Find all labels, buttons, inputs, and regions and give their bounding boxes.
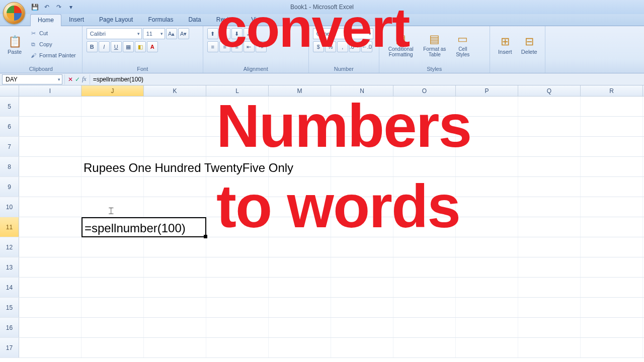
cell[interactable] xyxy=(581,237,643,257)
cell[interactable] xyxy=(581,97,643,116)
copy-button[interactable]: ⧉Copy xyxy=(27,39,78,49)
row-header-9[interactable]: 9 xyxy=(0,177,19,197)
cell[interactable] xyxy=(82,278,144,297)
cell[interactable] xyxy=(144,237,206,257)
cell[interactable] xyxy=(144,318,206,337)
cell[interactable] xyxy=(19,298,82,317)
cancel-formula-icon[interactable]: ✕ xyxy=(68,76,73,83)
cell[interactable] xyxy=(269,237,331,257)
row-header-14[interactable]: 14 xyxy=(0,278,19,297)
cell[interactable] xyxy=(206,237,269,257)
cell[interactable] xyxy=(82,318,144,337)
cell[interactable] xyxy=(206,338,269,357)
cell[interactable] xyxy=(19,137,82,156)
cell[interactable] xyxy=(269,257,331,277)
office-button[interactable] xyxy=(3,2,25,24)
cell[interactable] xyxy=(518,318,581,337)
row-header-16[interactable]: 16 xyxy=(0,318,19,337)
row-header-6[interactable]: 6 xyxy=(0,117,19,136)
cell[interactable] xyxy=(581,278,643,297)
cell[interactable] xyxy=(518,117,581,136)
tab-insert[interactable]: Insert xyxy=(61,14,92,26)
tab-formulas[interactable]: Formulas xyxy=(140,14,181,26)
cell[interactable] xyxy=(581,197,643,217)
cell[interactable] xyxy=(19,217,82,237)
select-all-corner[interactable] xyxy=(0,85,19,96)
cell[interactable] xyxy=(269,298,331,317)
cell[interactable] xyxy=(456,237,518,257)
cell[interactable] xyxy=(82,237,144,257)
shrink-font-button[interactable]: A▾ xyxy=(178,28,189,39)
cell[interactable] xyxy=(206,298,269,317)
cell[interactable] xyxy=(518,137,581,156)
cell[interactable] xyxy=(518,278,581,297)
cell[interactable] xyxy=(82,177,144,197)
qat-dropdown-icon[interactable]: ▾ xyxy=(66,3,75,12)
cell[interactable] xyxy=(581,117,643,136)
format-painter-button[interactable]: 🖌Format Painter xyxy=(27,50,78,60)
cell[interactable] xyxy=(581,137,643,156)
cell[interactable] xyxy=(456,318,518,337)
row-header-7[interactable]: 7 xyxy=(0,137,19,156)
font-color-button[interactable]: A xyxy=(147,41,158,52)
row-header-8[interactable]: 8 xyxy=(0,157,19,176)
row-header-17[interactable]: 17 xyxy=(0,338,19,357)
cell[interactable] xyxy=(19,237,82,257)
cell[interactable] xyxy=(144,338,206,357)
cell[interactable] xyxy=(456,278,518,297)
cell[interactable] xyxy=(331,338,393,357)
cell[interactable] xyxy=(82,338,144,357)
cell[interactable] xyxy=(206,318,269,337)
cell[interactable] xyxy=(19,177,82,197)
cell[interactable] xyxy=(518,157,581,176)
cell[interactable] xyxy=(19,278,82,297)
cell[interactable] xyxy=(144,257,206,277)
cell[interactable] xyxy=(331,257,393,277)
cell[interactable] xyxy=(19,338,82,357)
cell[interactable] xyxy=(144,278,206,297)
cell[interactable] xyxy=(518,97,581,116)
cell[interactable] xyxy=(144,137,206,156)
cell[interactable] xyxy=(581,298,643,317)
font-size-select[interactable]: 11 xyxy=(143,28,165,39)
col-I[interactable]: I xyxy=(19,85,82,96)
tab-data[interactable]: Data xyxy=(181,14,208,26)
cell[interactable] xyxy=(456,157,518,176)
undo-icon[interactable]: ↶ xyxy=(42,3,51,12)
cell[interactable] xyxy=(581,338,643,357)
cell[interactable] xyxy=(144,298,206,317)
cell[interactable] xyxy=(82,137,144,156)
enter-formula-icon[interactable]: ✓ xyxy=(75,76,80,83)
cell[interactable] xyxy=(331,237,393,257)
cell[interactable] xyxy=(456,257,518,277)
cell[interactable] xyxy=(518,257,581,277)
save-icon[interactable]: 💾 xyxy=(30,3,39,12)
format-as-table-button[interactable]: ▤Format as Table xyxy=(421,28,449,61)
cell[interactable] xyxy=(581,217,643,237)
cell[interactable] xyxy=(518,338,581,357)
cut-button[interactable]: ✂Cut xyxy=(27,28,78,38)
row-header-10[interactable]: 10 xyxy=(0,197,19,217)
paste-button[interactable]: 📋 Paste xyxy=(4,28,25,61)
cell[interactable] xyxy=(331,318,393,337)
name-box[interactable]: DAY xyxy=(2,74,62,84)
cell[interactable] xyxy=(82,117,144,136)
cell[interactable] xyxy=(19,257,82,277)
cell[interactable] xyxy=(456,197,518,217)
cell[interactable] xyxy=(393,278,456,297)
row-header-11[interactable]: 11 xyxy=(0,217,19,237)
delete-cells-button[interactable]: ⊟Delete xyxy=(518,28,540,61)
cell[interactable] xyxy=(518,197,581,217)
cell[interactable] xyxy=(269,318,331,337)
fx-icon[interactable]: fx xyxy=(82,75,87,83)
cell[interactable] xyxy=(144,97,206,116)
cell[interactable] xyxy=(144,197,206,217)
formula-input[interactable] xyxy=(90,74,644,84)
cell[interactable] xyxy=(581,257,643,277)
col-J[interactable]: J xyxy=(82,85,144,96)
cell[interactable] xyxy=(19,157,82,176)
fill-color-button[interactable]: ◧ xyxy=(135,41,146,52)
cell[interactable] xyxy=(456,177,518,197)
cell[interactable] xyxy=(393,298,456,317)
col-Q[interactable]: Q xyxy=(518,85,581,96)
